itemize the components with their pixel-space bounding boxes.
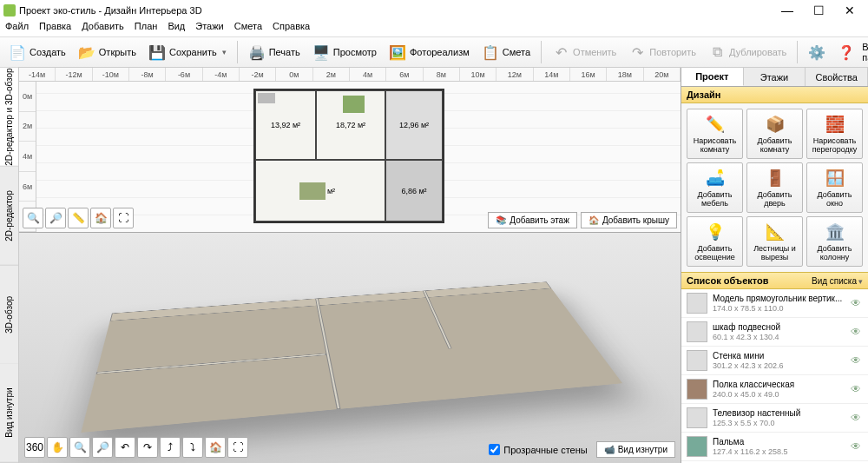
room-1[interactable]: 13,92 м²	[255, 90, 316, 160]
vertical-tabs: 2D-редактор и 3D-обзор 2D-редактор 3D-об…	[0, 68, 19, 463]
room-3[interactable]: 12,96 м²	[385, 90, 443, 160]
pencil-icon: ✏️	[705, 114, 726, 135]
eye-icon[interactable]: 👁	[851, 412, 863, 424]
home-button[interactable]: 🏠	[90, 208, 111, 228]
thumb-icon	[687, 407, 707, 428]
draw-room-button[interactable]: ✏️Нарисовать комнату	[687, 109, 743, 159]
create-button[interactable]: 📄Создать	[3, 41, 71, 63]
stairs-button[interactable]: 📐Лестницы и вырезы	[746, 216, 803, 267]
thumb-icon	[687, 293, 707, 314]
thumb-icon	[687, 321, 707, 342]
fit-3d-button[interactable]: ⛶	[227, 437, 248, 458]
save-button[interactable]: 💾Сохранить	[143, 41, 232, 63]
object-list-header: Список объектов Вид списка	[681, 272, 868, 289]
room-5[interactable]: 6,86 м²	[385, 160, 443, 222]
photoreal-button[interactable]: 🖼️Фотореализм	[384, 41, 475, 63]
pan-button[interactable]: ✋	[47, 437, 68, 458]
eye-icon[interactable]: 👁	[851, 440, 863, 453]
tilt-down-button[interactable]: ⤵	[182, 437, 203, 458]
view-inside-button[interactable]: 📹Вид изнутри	[596, 441, 675, 458]
measure-button[interactable]: 📏	[68, 208, 89, 228]
minimize-button[interactable]: —	[779, 3, 795, 18]
thumb-icon	[687, 436, 707, 457]
settings-button[interactable]: ⚙️	[803, 41, 831, 63]
menu-file[interactable]: Файл	[5, 21, 29, 36]
menu-help[interactable]: Справка	[273, 21, 310, 36]
add-room-button[interactable]: 📦Добавить комнату	[746, 109, 803, 159]
ruler-horizontal: -14м-12м-10м-8м-6м-4м-2м0м2м4м6м8м10м12м…	[19, 68, 681, 82]
zoom-in-button[interactable]: 🔎	[45, 208, 66, 228]
zoom-out-button[interactable]: 🔍	[23, 208, 43, 228]
menu-view[interactable]: Вид	[168, 21, 185, 36]
maximize-button[interactable]: ☐	[811, 3, 826, 18]
tab-project[interactable]: Проект	[681, 68, 744, 86]
preview-button[interactable]: 🖥️Просмотр	[307, 41, 382, 63]
estimate-button[interactable]: 📋Смета	[477, 41, 536, 63]
bulb-icon: 💡	[705, 222, 726, 242]
sofa-icon: 🛋️	[705, 168, 726, 189]
tab-floors[interactable]: Этажи	[744, 68, 806, 86]
close-button[interactable]: ✕	[842, 3, 858, 18]
floorplan[interactable]: 13,92 м² 18,72 м² 12,96 м² 17,65 м² 6,86…	[253, 89, 444, 223]
door-icon: 🚪	[765, 168, 786, 189]
eye-icon[interactable]: 👁	[851, 297, 863, 309]
clipboard-icon: 📋	[482, 43, 499, 61]
duplicate-button[interactable]: ⧉Дублировать	[703, 41, 792, 63]
separator	[797, 41, 798, 63]
list-view-dropdown[interactable]: Вид списка	[812, 276, 863, 286]
eye-icon[interactable]: 👁	[851, 383, 863, 395]
print-button[interactable]: 🖨️Печать	[243, 41, 306, 63]
vtab-2d-3d[interactable]: 2D-редактор и 3D-обзор	[0, 68, 18, 167]
room-2[interactable]: 18,72 м²	[316, 90, 385, 160]
add-door-button[interactable]: 🚪Добавить дверь	[746, 162, 803, 213]
design-grid: ✏️Нарисовать комнату 📦Добавить комнату 🧱…	[681, 103, 868, 272]
rotate-left-button[interactable]: ↶	[115, 437, 135, 458]
duplicate-icon: ⧉	[708, 43, 726, 61]
transparent-walls-checkbox[interactable]: Прозрачные стены	[489, 444, 587, 455]
tab-properties[interactable]: Свойства	[806, 68, 868, 86]
separator	[541, 41, 542, 63]
thumb-icon	[687, 379, 707, 400]
tilt-up-button[interactable]: ⤴	[160, 437, 181, 458]
add-floor-button[interactable]: 📚Добавить этаж	[488, 212, 577, 228]
orbit-button[interactable]: 360	[24, 437, 45, 458]
vtab-3d[interactable]: 3D-обзор	[0, 266, 18, 365]
zoom-in-3d-button[interactable]: 🔎	[92, 437, 113, 458]
menu-estimate[interactable]: Смета	[234, 21, 262, 36]
list-item[interactable]: Модель прямоугольник вертик...174.0 x 78…	[681, 289, 868, 318]
fit-button[interactable]: ⛶	[113, 208, 134, 228]
image-icon: 🖼️	[389, 43, 406, 61]
vtab-inside[interactable]: Вид изнутри	[0, 364, 18, 463]
view2d-toolbar: 🔍 🔎 📏 🏠 ⛶	[23, 208, 134, 228]
menu-plan[interactable]: План	[135, 21, 158, 36]
home-3d-button[interactable]: 🏠	[205, 437, 226, 458]
undo-button[interactable]: ↶Отменить	[547, 41, 621, 63]
vtab-2d[interactable]: 2D-редактор	[0, 167, 18, 266]
room-4[interactable]: 17,65 м²	[255, 160, 385, 222]
add-furniture-button[interactable]: 🛋️Добавить мебель	[687, 162, 743, 213]
list-item[interactable]: Полка классическая240.0 x 45.0 x 49.0👁	[681, 375, 868, 404]
add-light-button[interactable]: 💡Добавить освещение	[687, 216, 743, 267]
menu-floors[interactable]: Этажи	[195, 21, 223, 36]
redo-button[interactable]: ↷Повторить	[623, 41, 701, 63]
list-item[interactable]: Пальма127.4 x 116.2 x 258.5👁	[681, 433, 868, 461]
help-button[interactable]: ❓	[832, 41, 860, 63]
list-item[interactable]: шкаф подвесной60.1 x 42.3 x 130.4👁	[681, 318, 868, 347]
list-item[interactable]: Телевизор настенный125.3 x 5.5 x 70.0👁	[681, 404, 868, 433]
object-list: Модель прямоугольник вертик...174.0 x 78…	[681, 289, 868, 463]
rotate-right-button[interactable]: ↷	[137, 437, 158, 458]
draw-partition-button[interactable]: 🧱Нарисовать перегородку	[806, 109, 863, 159]
monitor-icon: 🖥️	[312, 43, 330, 61]
menu-add[interactable]: Добавить	[82, 21, 124, 36]
eye-icon[interactable]: 👁	[851, 326, 863, 338]
menu-edit[interactable]: Правка	[39, 21, 71, 36]
add-roof-button[interactable]: 🏠Добавить крышу	[581, 212, 677, 228]
add-window-button[interactable]: 🪟Добавить окно	[806, 162, 863, 213]
list-item[interactable]: Стенка мини301.2 x 42.3 x 202.6👁	[681, 347, 868, 375]
zoom-out-3d-button[interactable]: 🔍	[69, 437, 90, 458]
add-column-button[interactable]: 🏛️Добавить колонну	[806, 216, 863, 267]
eye-icon[interactable]: 👁	[851, 354, 863, 367]
view-2d[interactable]: -14м-12м-10м-8м-6м-4м-2м0м2м4м6м8м10м12м…	[19, 68, 681, 233]
open-button[interactable]: 📂Открыть	[73, 41, 141, 63]
view-3d[interactable]: 360 ✋ 🔍 🔎 ↶ ↷ ⤴ ⤵ 🏠 ⛶ Прозрачные стены 📹…	[19, 233, 681, 463]
